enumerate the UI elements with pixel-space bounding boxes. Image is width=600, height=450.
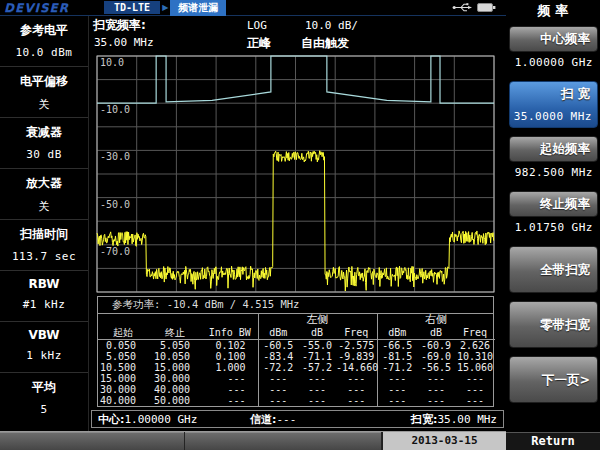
chart-header: 扫宽频率: 35.00 MHz LOG 10.0 dB/ 正峰 自由触发 xyxy=(89,16,506,54)
tab-mode-td-lte[interactable]: TD-LTE xyxy=(104,1,160,14)
softkey-label: 下一页> xyxy=(509,356,598,403)
readout-value: 5 xyxy=(0,403,88,416)
svg-text:-30.0: -30.0 xyxy=(100,151,130,162)
table-cell: 0.050 xyxy=(98,340,148,352)
col-header: dBm xyxy=(258,326,298,340)
return-key[interactable]: Return xyxy=(506,432,600,450)
softkey-value: 1.01750 GHz xyxy=(509,217,598,238)
softkey-menu-title: 频 率 xyxy=(506,0,600,18)
channel-readout: 信道:--- xyxy=(250,412,296,427)
table-cell: --- xyxy=(298,395,336,406)
table-cell: --- xyxy=(336,384,377,395)
detector-mode: 正峰 xyxy=(247,35,271,52)
readout-rbw: RBW #1 kHz xyxy=(0,271,88,322)
col-header: dBm xyxy=(377,326,417,340)
softkey-label: 终止频率 xyxy=(509,191,598,217)
table-cell: 10.310 xyxy=(455,351,495,362)
table-cell: --- xyxy=(202,395,258,406)
table-row: 5.05010.0500.100-83.4-71.1-9.839-81.5-69… xyxy=(98,351,495,362)
status-segment xyxy=(0,432,185,450)
brand-logo: DEVISER xyxy=(0,1,92,15)
reference-power-label: 参考功率: xyxy=(112,298,160,310)
softkey-start-frequency[interactable]: 起始频率 982.500 MHz xyxy=(509,136,598,183)
span-freq-label: 扫宽频率: xyxy=(93,17,146,34)
table-cell: -2.575 xyxy=(336,340,377,352)
readout-sweep-time: 扫描时间 113.7 sec xyxy=(0,220,88,271)
table-cell: -71.2 xyxy=(377,362,417,373)
table-cell: -83.4 xyxy=(258,351,298,362)
status-segment xyxy=(185,432,382,450)
table-cell: --- xyxy=(202,384,258,395)
measurement-table-box: 参考功率: -10.4 dBm / 4.515 MHz 左侧 xyxy=(97,296,494,407)
softkey-value: 35.0000 MHz xyxy=(510,106,597,127)
softkey-zero-span[interactable]: 零带扫宽 xyxy=(509,301,598,348)
table-cell: -81.5 xyxy=(377,351,417,362)
table-cell: -55.0 xyxy=(298,340,336,352)
battery-icon xyxy=(477,0,496,17)
tab-spectrum-leakage[interactable]: 频谱泄漏 xyxy=(170,0,226,16)
table-cell: --- xyxy=(298,384,336,395)
reference-power-readout: 参考功率: -10.4 dBm / 4.515 MHz xyxy=(98,297,493,314)
table-cell: --- xyxy=(417,373,455,384)
softkey-full-span[interactable]: 全带扫宽 xyxy=(509,246,598,293)
center-freq-readout: 中心:1.00000 GHz xyxy=(98,412,197,427)
table-cell: 40.000 xyxy=(98,395,148,406)
readout-label: 扫描时间 xyxy=(0,226,88,243)
col-header: dB xyxy=(417,326,455,340)
table-corner xyxy=(98,314,258,326)
table-cell: 5.050 xyxy=(98,351,148,362)
readout-label: 衰减器 xyxy=(0,124,88,141)
table-cell: -71.1 xyxy=(298,351,336,362)
table-row: 0.0505.0500.102-60.5-55.0-2.575-66.5-60.… xyxy=(98,340,495,352)
readout-preamp: 放大器 关 xyxy=(0,169,88,220)
softkey-label: 中心频率 xyxy=(509,26,598,52)
readout-value: 1 kHz xyxy=(0,349,88,362)
table-cell: -66.5 xyxy=(377,340,417,352)
span-freq-value: 35.00 MHz xyxy=(94,36,154,49)
table-cell: --- xyxy=(258,395,298,406)
table-cell: -72.2 xyxy=(258,362,298,373)
table-cell: --- xyxy=(258,384,298,395)
softkey-stop-frequency[interactable]: 终止频率 1.01750 GHz xyxy=(509,191,598,238)
readout-average: 平均 5 xyxy=(0,373,88,424)
softkey-next-page[interactable]: 下一页> xyxy=(509,356,598,403)
span-readout: 扫宽:35.00 MHz xyxy=(411,412,497,427)
table-row: 10.50015.0001.000-72.2-57.2-14.660-71.2-… xyxy=(98,362,495,373)
readout-attenuator: 衰减器 30 dB xyxy=(0,118,88,169)
table-cell: 30.000 xyxy=(98,384,148,395)
table-cell: --- xyxy=(377,373,417,384)
softkey-center-frequency[interactable]: 中心频率 1.00000 GHz xyxy=(509,26,598,73)
channel-label: 信道: xyxy=(250,413,276,426)
readout-value: 10.0 dBm xyxy=(0,46,88,59)
readout-value: 113.7 sec xyxy=(0,250,88,263)
trigger-mode: 自由触发 xyxy=(301,35,349,52)
table-row: 15.00030.000--------------------- xyxy=(98,373,495,384)
col-header: Freq xyxy=(455,326,495,340)
table-cell: --- xyxy=(258,373,298,384)
readout-value: 关 xyxy=(0,97,88,112)
table-cell: --- xyxy=(455,395,495,406)
table-cell: 15.060 xyxy=(455,362,495,373)
scale-per-div: 10.0 dB/ xyxy=(305,19,358,32)
softkey-label: 扫 宽 xyxy=(510,82,597,106)
softkey-menu: 频 率 中心频率 1.00000 GHz 扫 宽 35.0000 MHz 起始频… xyxy=(506,0,600,450)
table-cell: --- xyxy=(377,384,417,395)
table-cell: --- xyxy=(298,373,336,384)
table-cell: 15.000 xyxy=(148,362,202,373)
breadcrumb-arrow-icon: ▶ xyxy=(162,3,168,12)
table-cell: --- xyxy=(202,373,258,384)
readout-level-offset: 电平偏移 关 xyxy=(0,67,88,118)
readout-label: 平均 xyxy=(0,379,88,396)
softkey-label: 全带扫宽 xyxy=(509,246,598,293)
readout-vbw: VBW 1 kHz xyxy=(0,322,88,373)
col-header: Info BW xyxy=(202,326,258,340)
group-header-left: 左侧 xyxy=(258,314,377,326)
readout-label: 放大器 xyxy=(0,175,88,192)
col-header: dB xyxy=(298,326,336,340)
table-cell: --- xyxy=(377,395,417,406)
table-cell: --- xyxy=(417,395,455,406)
clock: 2013-03-15 17:21:15 xyxy=(382,432,506,450)
title-bar: DEVISER TD-LTE ▶ 频谱泄漏 xyxy=(0,0,506,16)
softkey-span[interactable]: 扫 宽 35.0000 MHz xyxy=(509,81,598,128)
table-cell: 10.050 xyxy=(148,351,202,362)
